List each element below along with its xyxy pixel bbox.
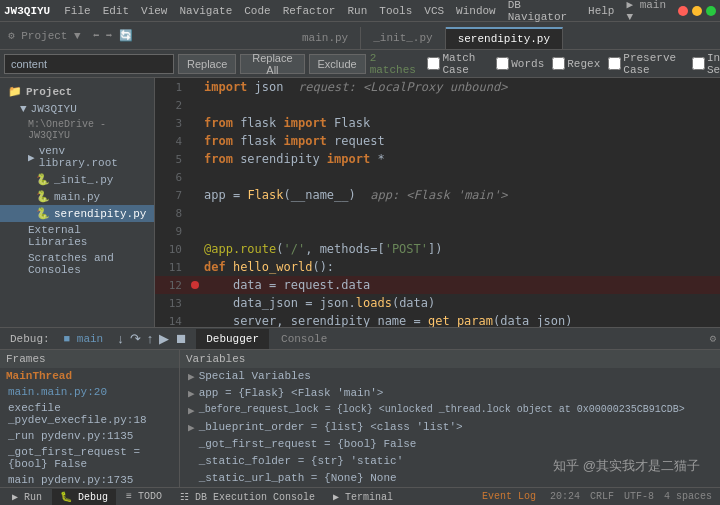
sidebar-item-scratches[interactable]: Scratches and Consoles [0, 250, 154, 278]
in-selection-option[interactable]: In Selection [692, 52, 720, 76]
menu-code[interactable]: Code [238, 3, 276, 19]
var-row-2[interactable]: ▶ _before_request_lock = {lock} <unlocke… [180, 402, 720, 419]
py-icon: 🐍 [36, 190, 50, 203]
run-tab[interactable]: ▶ Run [4, 489, 50, 505]
run-tabs: ▶ Run 🐛 Debug ≡ TODO ☷ DB Execution Cons… [0, 487, 720, 505]
debug-tab-bottom[interactable]: 🐛 Debug [52, 489, 116, 505]
match-case-checkbox[interactable] [427, 57, 440, 70]
search-bar: Replace Replace All Exclude 2 matches Ma… [0, 50, 720, 78]
db-tab[interactable]: ☷ DB Execution Console [172, 489, 323, 505]
code-line-13: 13 data_json = json.loads(data) [155, 294, 720, 312]
frame-item-2[interactable]: _run pydenv.py:1135 [0, 428, 179, 444]
debug-step-out-btn[interactable]: ↑ [145, 331, 156, 346]
preserve-case-checkbox[interactable] [608, 57, 621, 70]
code-line-12: 12 data = request.data [155, 276, 720, 294]
exclude-button[interactable]: Exclude [309, 54, 366, 74]
menu-db-navigator[interactable]: DB Navigator [502, 0, 582, 25]
replace-button[interactable]: Replace [178, 54, 236, 74]
project-header[interactable]: 📁 Project [0, 82, 154, 101]
sidebar-path: M:\OneDrive - JW3QIYU [0, 117, 154, 143]
status-encoding: CRLF [586, 491, 618, 502]
status-line-col: 20:24 [546, 491, 584, 502]
tab-main-py[interactable]: main.py [290, 27, 361, 49]
var-row-0[interactable]: ▶ Special Variables [180, 368, 720, 385]
sidebar-item-main[interactable]: 🐍 main.py [0, 188, 154, 205]
match-case-option[interactable]: Match Case [427, 52, 488, 76]
folder-icon: ▶ [28, 151, 35, 164]
frames-panel: Frames MainThread main.main.py:20 execfi… [0, 350, 180, 487]
frames-header: Frames [0, 350, 179, 368]
toolbar: ⚙ Project ▼ ⬅ ➡ 🔄 main.py _init_.py sere… [0, 22, 720, 50]
menu-file[interactable]: File [58, 3, 96, 19]
code-line-3: 3 from flask import Flask [155, 114, 720, 132]
debug-tab-bar: Debug: ■ main ↓ ↷ ↑ ▶ ⏹ Debugger Console… [0, 328, 720, 350]
thread-item[interactable]: MainThread [0, 368, 179, 384]
debug-main-label: ■ main [58, 333, 110, 345]
menu-help[interactable]: Help [582, 3, 620, 19]
variables-panel: Variables ▶ Special Variables ▶ app = {F… [180, 350, 720, 487]
menu-navigate[interactable]: Navigate [173, 3, 238, 19]
terminal-tab[interactable]: ▶ Terminal [325, 489, 401, 505]
project-icon: 📁 [8, 85, 22, 98]
replace-all-button[interactable]: Replace All [240, 54, 304, 74]
debug-run-btn[interactable]: ▶ [157, 331, 171, 346]
event-log-tab[interactable]: Event Log [474, 489, 544, 504]
regex-checkbox[interactable] [552, 57, 565, 70]
tab-debugger[interactable]: Debugger [196, 329, 269, 349]
menu-vcs[interactable]: VCS [418, 3, 450, 19]
matches-badge: 2 matches [370, 52, 420, 76]
sidebar-item-venv[interactable]: ▶ venv library.root [0, 143, 154, 171]
sidebar-item-external-libs[interactable]: External Libraries [0, 222, 154, 250]
code-line-7: 7 app = Flask(__name__) app: <Flask 'mai… [155, 186, 720, 204]
settings-icon[interactable]: ⚙ [709, 332, 716, 345]
menu-tools[interactable]: Tools [373, 3, 418, 19]
status-charset: UTF-8 [620, 491, 658, 502]
search-input[interactable] [4, 54, 174, 74]
menu-edit[interactable]: Edit [97, 3, 135, 19]
frame-item-0[interactable]: main.main.py:20 [0, 384, 179, 400]
tab-bar: main.py _init_.py serendipity.py [290, 22, 563, 49]
frame-item-1[interactable]: execfile _pydev_execfile.py:18 [0, 400, 179, 428]
words-checkbox[interactable] [496, 57, 509, 70]
maximize-button[interactable] [706, 6, 716, 16]
code-line-5: 5 from serendipity import * [155, 150, 720, 168]
tab-init-py[interactable]: _init_.py [361, 27, 445, 49]
sidebar-item-root[interactable]: ▼ JW3QIYU [0, 101, 154, 117]
var-row-4[interactable]: ▶ _got_first_request = {bool} False [180, 436, 720, 453]
in-selection-checkbox[interactable] [692, 57, 705, 70]
frame-item-4[interactable]: main pydenv.py:1735 [0, 472, 179, 487]
menu-bar: JW3QIYU File Edit View Navigate Code Ref… [0, 0, 720, 22]
tab-serendipity-py[interactable]: serendipity.py [446, 27, 563, 49]
py-icon: 🐍 [36, 207, 50, 220]
var-row-6[interactable]: ▶ _static_url_path = {None} None [180, 470, 720, 487]
code-line-2: 2 [155, 96, 720, 114]
code-line-9: 9 [155, 222, 720, 240]
debug-panel: Debug: ■ main ↓ ↷ ↑ ▶ ⏹ Debugger Console… [0, 327, 720, 487]
var-row-1[interactable]: ▶ app = {Flask} <Flask 'main'> [180, 385, 720, 402]
menu-window[interactable]: Window [450, 3, 502, 19]
debug-step-over-btn[interactable]: ↷ [128, 331, 143, 346]
tab-console[interactable]: Console [271, 329, 337, 349]
code-line-8: 8 [155, 204, 720, 222]
code-line-4: 4 from flask import request [155, 132, 720, 150]
close-button[interactable] [678, 6, 688, 16]
debug-controls: ↓ ↷ ↑ ▶ ⏹ [111, 331, 194, 346]
window-title: JW3QIYU [4, 5, 50, 17]
regex-option[interactable]: Regex [552, 57, 600, 70]
todo-tab[interactable]: ≡ TODO [118, 489, 170, 504]
var-row-5[interactable]: ▶ _static_folder = {str} 'static' [180, 453, 720, 470]
debug-step-btn[interactable]: ↓ [115, 331, 126, 346]
menu-view[interactable]: View [135, 3, 173, 19]
debug-stop-btn[interactable]: ⏹ [173, 331, 190, 346]
menu-refactor[interactable]: Refactor [277, 3, 342, 19]
window-controls [678, 6, 716, 16]
words-option[interactable]: Words [496, 57, 544, 70]
sidebar-item-serendipity[interactable]: 🐍 serendipity.py [0, 205, 154, 222]
preserve-case-option[interactable]: Preserve Case [608, 52, 684, 76]
menu-run[interactable]: Run [341, 3, 373, 19]
minimize-button[interactable] [692, 6, 702, 16]
sidebar-item-init[interactable]: 🐍 _init_.py [0, 171, 154, 188]
folder-icon: ▼ [20, 103, 27, 115]
frame-item-3[interactable]: _got_first_request = {bool} False [0, 444, 179, 472]
var-row-3[interactable]: ▶ _blueprint_order = {list} <class 'list… [180, 419, 720, 436]
